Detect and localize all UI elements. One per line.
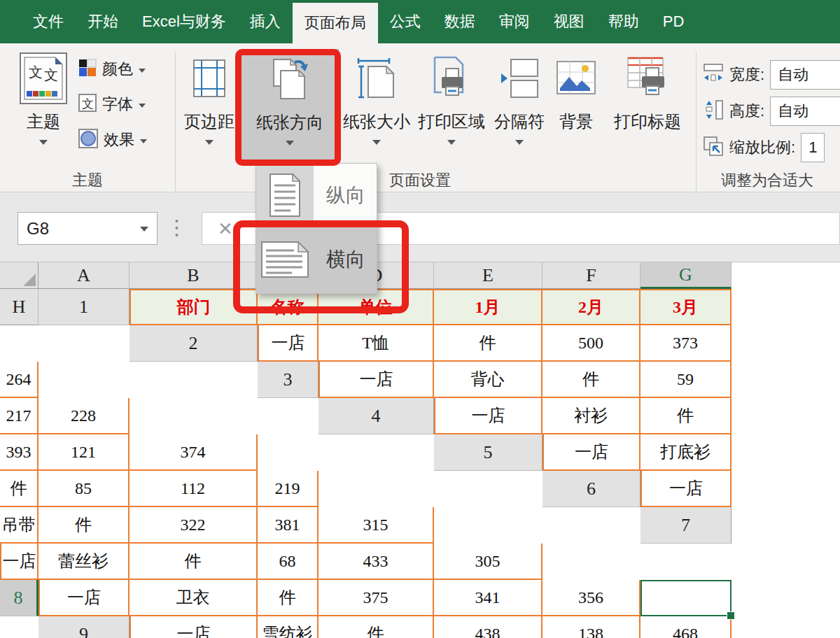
cell-B3[interactable]: 背心	[434, 362, 542, 398]
cell-F9[interactable]: 468	[640, 616, 732, 638]
cell-E4[interactable]: 121	[38, 434, 130, 471]
cell-A4[interactable]: 一店	[434, 398, 542, 434]
cell-E8[interactable]: 341	[434, 580, 542, 616]
cell-D7[interactable]: 68	[258, 544, 318, 580]
cell-D3[interactable]: 59	[640, 362, 732, 398]
row-header-5[interactable]: 5	[434, 434, 542, 471]
cell-D1[interactable]: 1月	[434, 289, 542, 325]
cell-H1[interactable]	[38, 325, 130, 362]
tab-帮助[interactable]: 帮助	[596, 0, 651, 43]
cell-A8[interactable]: 一店	[38, 580, 130, 616]
row-header-2[interactable]: 2	[130, 325, 258, 362]
cell-C8[interactable]: 件	[258, 580, 318, 616]
cell-H2[interactable]	[130, 362, 258, 398]
tab-PD[interactable]: PD	[651, 0, 696, 43]
cell-B8[interactable]: 卫衣	[130, 580, 258, 616]
cell-C9[interactable]: 件	[318, 616, 434, 638]
tab-审阅[interactable]: 审阅	[487, 0, 542, 43]
tab-页面布局[interactable]: 页面布局	[293, 3, 378, 43]
cell-C5[interactable]: 件	[0, 471, 38, 507]
column-header-E[interactable]: E	[434, 262, 542, 289]
cell-B6[interactable]: 吊带	[0, 507, 38, 544]
cell-F7[interactable]: 305	[434, 544, 542, 580]
name-box-dropdown-icon[interactable]	[140, 227, 148, 232]
row-header-8[interactable]: 8	[0, 580, 38, 616]
tab-Excel与财务[interactable]: Excel与财务	[130, 0, 238, 43]
cell-A2[interactable]: 一店	[258, 325, 318, 362]
row-header-6[interactable]: 6	[542, 471, 640, 507]
print-titles-button[interactable]: 打印标题	[603, 49, 692, 160]
cell-G1[interactable]	[0, 325, 38, 362]
cell-G7[interactable]	[542, 544, 640, 580]
theme-colors-button[interactable]: 颜色	[78, 59, 146, 80]
cell-E7[interactable]: 433	[318, 544, 434, 580]
cell-F5[interactable]: 219	[258, 471, 318, 507]
column-header-G[interactable]: G	[640, 262, 732, 289]
cell-H3[interactable]	[258, 398, 318, 434]
theme-fonts-button[interactable]: 文 字体	[78, 94, 146, 115]
select-all-corner[interactable]	[0, 262, 38, 289]
cell-D4[interactable]: 393	[0, 434, 38, 471]
width-value-box[interactable]: 自动	[770, 60, 840, 90]
cell-C2[interactable]: 件	[434, 325, 542, 362]
cell-B4[interactable]: 衬衫	[542, 398, 640, 434]
cell-D6[interactable]: 322	[130, 507, 258, 544]
cell-E9[interactable]: 138	[542, 616, 640, 638]
cell-G4[interactable]	[258, 434, 318, 471]
cell-D8[interactable]: 375	[318, 580, 434, 616]
cell-A7[interactable]: 一店	[0, 544, 38, 580]
tab-公式[interactable]: 公式	[378, 0, 433, 43]
background-button[interactable]: 背景	[550, 49, 602, 160]
cell-G5[interactable]	[318, 471, 434, 507]
cell-H7[interactable]	[640, 544, 732, 580]
cell-E6[interactable]: 381	[258, 507, 318, 544]
row-header-7[interactable]: 7	[640, 507, 732, 544]
paper-size-button[interactable]: 纸张大小	[342, 49, 412, 160]
cell-H8[interactable]	[0, 616, 38, 638]
row-header-4[interactable]: 4	[318, 398, 434, 434]
cell-E3[interactable]: 217	[0, 398, 38, 434]
column-header-F[interactable]: F	[542, 262, 640, 289]
formula-bar-splitter[interactable]: •••	[175, 218, 178, 239]
tab-文件[interactable]: 文件	[21, 0, 76, 43]
row-header-9[interactable]: 9	[38, 616, 130, 638]
cell-D5[interactable]: 85	[38, 471, 130, 507]
cell-E2[interactable]: 373	[640, 325, 732, 362]
tab-视图[interactable]: 视图	[542, 0, 596, 43]
cell-C7[interactable]: 件	[130, 544, 258, 580]
height-value-box[interactable]: 自动	[770, 97, 840, 126]
cell-C6[interactable]: 件	[38, 507, 130, 544]
cell-E5[interactable]: 112	[130, 471, 258, 507]
cell-D9[interactable]: 438	[434, 616, 542, 638]
cell-B5[interactable]: 打底衫	[640, 434, 732, 471]
selected-cell-G8[interactable]	[640, 580, 732, 616]
tab-插入[interactable]: 插入	[238, 0, 293, 43]
cancel-icon[interactable]: ✕	[218, 218, 233, 240]
themes-button[interactable]: 文 文 主题	[13, 49, 74, 160]
cell-A5[interactable]: 一店	[542, 434, 640, 471]
cell-F8[interactable]: 356	[542, 580, 640, 616]
cell-D2[interactable]: 500	[542, 325, 640, 362]
cell-A3[interactable]: 一店	[318, 362, 434, 398]
column-header-H[interactable]: H	[0, 289, 38, 325]
row-header-1[interactable]: 1	[38, 289, 130, 325]
breaks-button[interactable]: 分隔符	[491, 49, 547, 160]
cell-H6[interactable]	[542, 507, 640, 544]
margins-button[interactable]: 页边距	[179, 49, 239, 160]
cell-A6[interactable]: 一店	[640, 471, 732, 507]
cell-B2[interactable]: T恤	[318, 325, 434, 362]
theme-effects-button[interactable]: 效果	[78, 129, 147, 151]
cell-B7[interactable]: 蕾丝衫	[38, 544, 130, 580]
cell-C4[interactable]: 件	[640, 398, 732, 434]
name-box[interactable]: G8	[18, 212, 158, 245]
cell-H5[interactable]	[434, 471, 542, 507]
column-header-A[interactable]: A	[38, 262, 130, 289]
cell-F2[interactable]: 264	[0, 362, 38, 398]
cell-F1[interactable]: 3月	[640, 289, 732, 325]
cell-F3[interactable]: 228	[38, 398, 130, 434]
row-header-3[interactable]: 3	[258, 362, 318, 398]
scale-value-box[interactable]: 1	[801, 133, 825, 162]
cell-G6[interactable]	[434, 507, 542, 544]
cell-F4[interactable]: 374	[130, 434, 258, 471]
cell-F6[interactable]: 315	[318, 507, 434, 544]
